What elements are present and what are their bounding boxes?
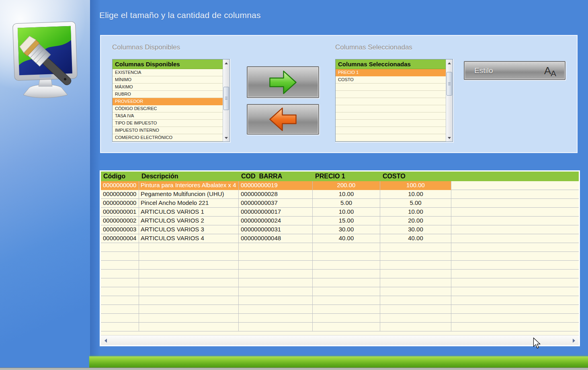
table-cell[interactable] — [380, 296, 451, 305]
table-cell[interactable]: 30.00 — [380, 225, 451, 234]
table-cell[interactable]: 5.00 — [380, 199, 451, 208]
scroll-left-button[interactable] — [102, 335, 110, 345]
table-cell[interactable]: 000000000031 — [239, 225, 313, 234]
column-header[interactable]: Código — [101, 172, 139, 181]
table-cell[interactable] — [239, 323, 313, 331]
table-cell[interactable] — [451, 314, 579, 323]
table-cell[interactable] — [451, 252, 579, 261]
table-cell[interactable]: 40.00 — [380, 234, 451, 243]
scroll-down-button[interactable] — [223, 135, 229, 141]
table-cell[interactable]: 30.00 — [313, 225, 380, 234]
table-cell[interactable] — [139, 323, 239, 331]
list-item[interactable]: MÍNIMO — [113, 76, 223, 84]
column-header[interactable]: COSTO — [380, 172, 451, 181]
table-row[interactable]: 0000000000Pincel Ancho Modelo 2210000000… — [101, 199, 579, 208]
move-right-button[interactable] — [247, 66, 319, 98]
table-cell[interactable] — [239, 287, 313, 296]
table-cell[interactable]: 0000000002 — [101, 217, 139, 225]
list-item[interactable]: TIPO DE IMPUESTO — [113, 120, 223, 127]
scroll-up-button[interactable] — [446, 60, 453, 66]
table-cell[interactable]: Pintura para Interiores Albalatex x 4 — [139, 181, 239, 190]
table-cell[interactable] — [451, 181, 579, 190]
table-cell[interactable]: 000000000048 — [239, 234, 313, 243]
table-cell[interactable] — [139, 287, 239, 296]
table-cell[interactable] — [451, 190, 579, 199]
table-cell[interactable] — [451, 296, 579, 305]
scrollbar-thumb[interactable] — [447, 72, 452, 96]
table-cell[interactable]: ARTICULOS VARIOS 2 — [139, 217, 239, 225]
table-cell[interactable] — [101, 270, 139, 278]
table-cell[interactable] — [313, 287, 380, 296]
table-cell[interactable] — [380, 323, 451, 331]
list-item[interactable]: IMPUESTO INTERNO — [113, 127, 223, 134]
table-cell[interactable] — [380, 314, 451, 323]
column-header[interactable]: PRECIO 1 — [313, 172, 380, 181]
table-cell[interactable] — [139, 305, 239, 314]
table-cell[interactable] — [239, 252, 313, 261]
table-cell[interactable] — [239, 243, 313, 252]
table-cell[interactable] — [313, 296, 380, 305]
table-cell[interactable]: ARTICULOS VARIOS 1 — [139, 208, 239, 217]
table-cell[interactable] — [451, 270, 579, 278]
table-cell[interactable] — [451, 199, 579, 208]
table-cell[interactable]: 0000000004 — [101, 234, 139, 243]
table-hscrollbar[interactable] — [101, 335, 579, 345]
table-cell[interactable] — [380, 287, 451, 296]
table-cell[interactable] — [239, 261, 313, 270]
table-cell[interactable] — [239, 305, 313, 314]
table-cell[interactable] — [101, 261, 139, 270]
table-cell[interactable] — [313, 252, 380, 261]
table-row[interactable] — [101, 323, 579, 331]
table-cell[interactable] — [101, 296, 139, 305]
table-cell[interactable] — [380, 252, 451, 261]
list-item[interactable]: PRECIO 1 — [336, 69, 446, 76]
table-cell[interactable] — [451, 243, 579, 252]
table-cell[interactable] — [451, 217, 579, 225]
table-cell[interactable]: 10.00 — [313, 190, 380, 199]
table-cell[interactable]: 10.00 — [380, 208, 451, 217]
table-cell[interactable] — [313, 278, 380, 287]
table-cell[interactable] — [451, 208, 579, 217]
table-cell[interactable] — [451, 305, 579, 314]
list-item[interactable]: RUBRO — [113, 91, 223, 98]
table-cell[interactable] — [380, 243, 451, 252]
table-cell[interactable] — [101, 314, 139, 323]
table-cell[interactable] — [239, 296, 313, 305]
table-cell[interactable] — [139, 252, 239, 261]
list-item-empty[interactable] — [336, 91, 446, 98]
table-cell[interactable]: 00000000037 — [239, 199, 313, 208]
table-cell[interactable]: 10.00 — [380, 190, 451, 199]
table-cell[interactable] — [313, 305, 380, 314]
table-cell[interactable] — [101, 252, 139, 261]
table-row[interactable]: 0000000001ARTICULOS VARIOS 1000000000017… — [101, 208, 579, 217]
table-row[interactable] — [101, 270, 579, 278]
table-cell[interactable]: 15.00 — [313, 217, 380, 225]
table-cell[interactable]: 0000000000 — [101, 190, 139, 199]
list-item-empty[interactable] — [336, 98, 446, 105]
table-cell[interactable] — [139, 243, 239, 252]
table-cell[interactable] — [313, 261, 380, 270]
table-cell[interactable] — [139, 261, 239, 270]
available-scrollbar[interactable] — [223, 59, 229, 141]
scroll-down-button[interactable] — [446, 135, 453, 141]
list-item[interactable]: COSTO — [336, 76, 446, 84]
scroll-right-button[interactable] — [570, 335, 578, 345]
list-item[interactable]: PROVEEDOR — [113, 98, 223, 105]
table-cell[interactable] — [101, 305, 139, 314]
table-row[interactable]: 0000000000Pegamento Multifuncion (UHU)00… — [101, 190, 579, 199]
table-cell[interactable] — [139, 296, 239, 305]
table-row[interactable] — [101, 252, 579, 261]
list-item[interactable]: COMERCIO ELECTRÓNICO — [113, 134, 223, 141]
table-cell[interactable]: Pegamento Multifuncion (UHU) — [139, 190, 239, 199]
list-item-empty[interactable] — [336, 134, 446, 141]
table-cell[interactable] — [101, 287, 139, 296]
list-item[interactable]: EXISTENCIA — [113, 69, 223, 76]
table-cell[interactable]: 0000000001 — [101, 208, 139, 217]
table-row[interactable] — [101, 287, 579, 296]
list-item-empty[interactable] — [336, 112, 446, 120]
table-cell[interactable] — [101, 323, 139, 331]
table-cell[interactable]: ARTICULOS VARIOS 4 — [139, 234, 239, 243]
table-cell[interactable] — [313, 314, 380, 323]
table-row[interactable] — [101, 243, 579, 252]
table-row[interactable] — [101, 296, 579, 305]
